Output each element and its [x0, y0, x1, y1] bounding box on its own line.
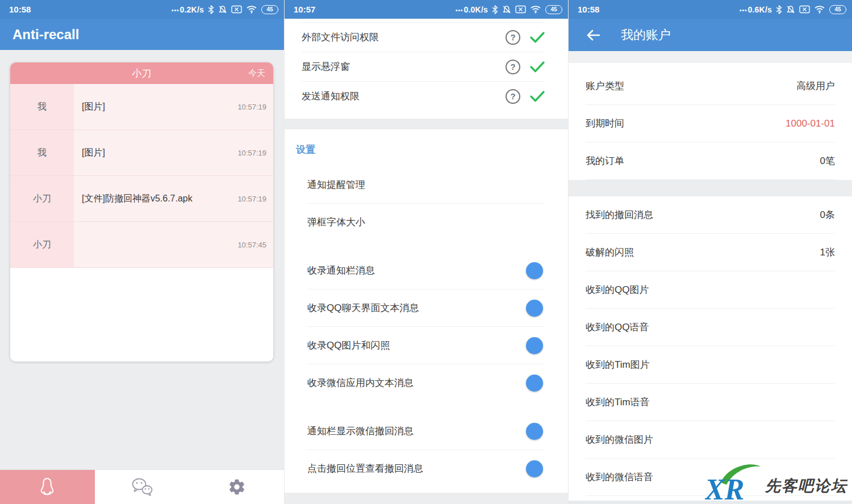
watermark: XR 先客吧论坛: [705, 462, 849, 503]
help-circle-icon[interactable]: [506, 89, 520, 104]
stat-row[interactable]: 找到的撤回消息 0条: [569, 196, 852, 233]
battery-icon: 45: [829, 5, 846, 14]
toggle-row[interactable]: 通知栏显示微信撤回消息: [285, 413, 568, 450]
message-sender: 小刀: [10, 222, 74, 267]
app-title: Anti-recall: [12, 27, 79, 43]
svg-text:XR: XR: [705, 473, 744, 503]
settings-menu: 通知提醒管理 弹框字体大小: [285, 166, 568, 241]
message-row[interactable]: 我 [图片]10:57:19: [10, 130, 273, 176]
wifi-icon: [814, 5, 825, 14]
toggle-group-capture: 收录通知栏消息 收录QQ聊天界面文本消息 收录QQ图片和闪照 收录微信应用内文本…: [285, 252, 568, 401]
row-label: 找到的撤回消息: [586, 208, 820, 221]
check-icon: [529, 61, 545, 73]
watermark-text: 先客吧论坛: [763, 476, 849, 503]
message-text: [文件]防撤回神器v5.6.7.apk: [82, 193, 237, 205]
message-time: 10:57:45: [237, 241, 266, 249]
permission-label: 外部文件访问权限: [302, 31, 506, 44]
permission-label: 显示悬浮窗: [302, 60, 506, 73]
row-value: 1张: [820, 246, 835, 259]
account-row[interactable]: 我的订单 0笔: [569, 142, 852, 179]
screen-account: 10:58 0.6K/s 45 我的账户 账户类型 高级用户 到期时间 1000…: [568, 0, 852, 504]
message-sender: 我: [10, 84, 74, 129]
message-time: 10:57:19: [237, 103, 266, 111]
menu-item[interactable]: 弹框字体大小: [285, 204, 568, 241]
screen-chat-list: 10:58 0.2K/s 45 Anti-recall 小刀 今天 我 [图片]…: [0, 0, 284, 504]
account-row[interactable]: 账户类型 高级用户: [569, 68, 852, 104]
bell-muted-icon: [502, 5, 511, 14]
permission-row[interactable]: 显示悬浮窗: [285, 52, 568, 81]
toggle-switch[interactable]: [519, 463, 541, 474]
status-bar: 10:57 0.0K/s 45: [285, 0, 568, 19]
stat-row[interactable]: 收到的Tim图片: [569, 346, 852, 383]
tab-settings[interactable]: [189, 470, 284, 504]
toggle-row[interactable]: 收录微信应用内文本消息: [285, 364, 568, 401]
page-title: 我的账户: [621, 27, 671, 44]
toggle-switch[interactable]: [519, 340, 541, 351]
row-label: 账户类型: [586, 79, 796, 93]
row-value: 高级用户: [796, 79, 835, 93]
message-row[interactable]: 小刀 [文件]防撤回神器v5.6.7.apk10:57:19: [10, 176, 273, 222]
message-time: 10:57:19: [237, 195, 266, 203]
section-title: 设置: [285, 129, 568, 166]
status-bar: 10:58 0.6K/s 45: [569, 0, 852, 19]
message-row[interactable]: 小刀 10:57:45: [10, 222, 273, 268]
permission-row[interactable]: 发送通知权限: [285, 82, 568, 111]
contact-name: 小刀: [10, 62, 273, 84]
bluetooth-icon: [208, 5, 214, 14]
row-value: 0条: [820, 208, 835, 221]
conversation-header: 小刀 今天: [10, 62, 273, 84]
message-time: 10:57:19: [237, 149, 266, 157]
toggle-row[interactable]: 点击撤回位置查看撤回消息: [285, 450, 568, 487]
tab-wechat[interactable]: [95, 470, 190, 504]
help-circle-icon[interactable]: [506, 30, 520, 45]
sim-x-icon: [799, 5, 810, 14]
toggle-row[interactable]: 收录QQ聊天界面文本消息: [285, 289, 568, 326]
message-sender: 小刀: [10, 176, 74, 221]
battery-icon: 45: [261, 5, 278, 14]
check-icon: [529, 90, 545, 103]
menu-item-label: 通知提醒管理: [307, 178, 365, 191]
message-text: [图片]: [82, 101, 237, 113]
help-circle-icon[interactable]: [506, 60, 520, 74]
row-label: 收到的QQ语音: [586, 321, 835, 334]
screen-settings: 10:57 0.0K/s 45 外部文件访问权限 显示悬浮窗: [284, 0, 568, 504]
conversation-card[interactable]: 小刀 今天 我 [图片]10:57:19 我 [图片]10:57:19 小刀 […: [10, 62, 273, 362]
message-row[interactable]: 我 [图片]10:57:19: [10, 84, 273, 130]
menu-item[interactable]: 通知提醒管理: [285, 166, 568, 203]
xr-logo-icon: XR: [705, 462, 763, 503]
bluetooth-icon: [492, 5, 498, 14]
bell-muted-icon: [218, 5, 227, 14]
status-icons: 0.6K/s 45: [740, 5, 846, 14]
toggle-switch[interactable]: [519, 377, 541, 389]
account-row[interactable]: 到期时间 1000-01-01: [569, 105, 852, 142]
tab-qq[interactable]: [0, 470, 95, 504]
toggle-label: 收录通知栏消息: [307, 264, 519, 277]
stat-row[interactable]: 破解的闪照 1张: [569, 234, 852, 271]
toggle-switch[interactable]: [519, 426, 541, 437]
toggle-switch[interactable]: [519, 265, 541, 276]
stat-row[interactable]: 收到的微信图片: [569, 421, 852, 458]
account-info-list: 账户类型 高级用户 到期时间 1000-01-01 我的订单 0笔: [569, 63, 852, 180]
toggle-switch[interactable]: [519, 303, 541, 314]
row-label: 我的订单: [586, 154, 820, 167]
permission-row[interactable]: 外部文件访问权限: [285, 23, 568, 52]
chat-list-area: 小刀 今天 我 [图片]10:57:19 我 [图片]10:57:19 小刀 […: [0, 50, 284, 469]
back-arrow-icon[interactable]: [586, 29, 600, 41]
header-separator: [569, 51, 852, 63]
toggle-label: 收录QQ聊天界面文本消息: [307, 301, 519, 314]
row-label: 到期时间: [586, 117, 786, 130]
toggle-label: 通知栏显示微信撤回消息: [307, 425, 519, 438]
permission-label: 发送通知权限: [302, 90, 506, 103]
toggle-row[interactable]: 收录QQ图片和闪照: [285, 327, 568, 364]
row-label: 收到的Tim图片: [586, 358, 835, 371]
signal-dots-icon: [740, 5, 748, 14]
stat-row[interactable]: 收到的QQ语音: [569, 309, 852, 346]
account-content: 账户类型 高级用户 到期时间 1000-01-01 我的订单 0笔 找到的撤回消…: [569, 63, 852, 504]
toggle-label: 收录QQ图片和闪照: [307, 339, 519, 352]
stat-row[interactable]: 收到的Tim语音: [569, 384, 852, 421]
status-time: 10:57: [294, 5, 315, 14]
stat-row[interactable]: 收到的QQ图片: [569, 271, 852, 308]
toggle-row[interactable]: 收录通知栏消息: [285, 252, 568, 289]
bell-muted-icon: [786, 5, 795, 14]
sim-x-icon: [231, 5, 242, 14]
